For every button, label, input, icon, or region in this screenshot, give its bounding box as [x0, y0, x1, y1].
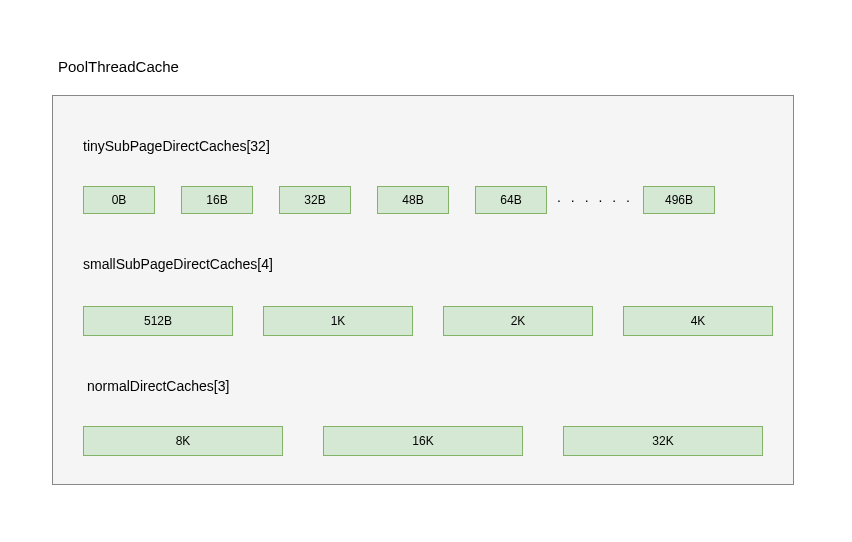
normal-row: 8K 16K 32K — [83, 426, 763, 456]
diagram-title: PoolThreadCache — [58, 58, 179, 75]
normal-cell: 16K — [323, 426, 523, 456]
tiny-cell: 32B — [279, 186, 351, 214]
small-cell: 4K — [623, 306, 773, 336]
pool-cache-container: tinySubPageDirectCaches[32] 0B 16B 32B 4… — [52, 95, 794, 485]
tiny-cell-last: 496B — [643, 186, 715, 214]
small-section-label: smallSubPageDirectCaches[4] — [83, 256, 273, 272]
normal-section-label: normalDirectCaches[3] — [87, 378, 229, 394]
normal-cell: 32K — [563, 426, 763, 456]
tiny-ellipsis: · · · · · · — [547, 192, 643, 208]
small-cell: 2K — [443, 306, 593, 336]
normal-cell: 8K — [83, 426, 283, 456]
tiny-section-label: tinySubPageDirectCaches[32] — [83, 138, 270, 154]
small-row: 512B 1K 2K 4K — [83, 306, 773, 336]
small-cell: 512B — [83, 306, 233, 336]
small-cell: 1K — [263, 306, 413, 336]
tiny-cell: 0B — [83, 186, 155, 214]
tiny-cell: 64B — [475, 186, 547, 214]
tiny-row: 0B 16B 32B 48B 64B · · · · · · 496B — [83, 186, 715, 214]
tiny-cell: 16B — [181, 186, 253, 214]
tiny-cell: 48B — [377, 186, 449, 214]
